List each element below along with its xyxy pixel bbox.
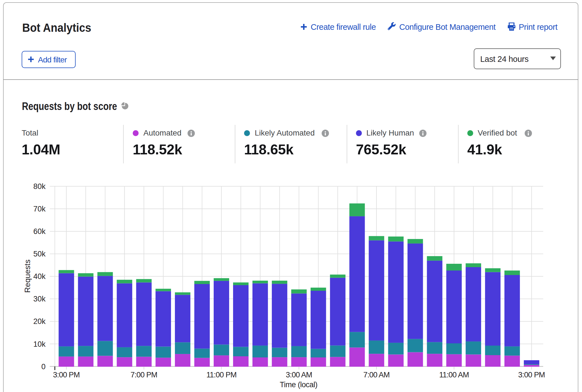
svg-text:80k: 80k — [33, 182, 46, 191]
svg-text:Time (local): Time (local) — [280, 380, 317, 389]
svg-text:60k: 60k — [33, 227, 46, 236]
svg-text:50k: 50k — [33, 250, 46, 258]
svg-text:20k: 20k — [33, 317, 46, 326]
svg-text:3:00 PM: 3:00 PM — [518, 371, 545, 379]
svg-text:11:00 AM: 11:00 AM — [439, 371, 469, 379]
svg-text:30k: 30k — [33, 295, 46, 303]
svg-text:70k: 70k — [33, 205, 46, 213]
svg-text:10k: 10k — [33, 340, 46, 348]
svg-text:0: 0 — [41, 362, 46, 371]
svg-text:3:00 AM: 3:00 AM — [286, 371, 312, 379]
svg-text:40k: 40k — [33, 272, 46, 281]
svg-text:7:00 AM: 7:00 AM — [363, 371, 389, 379]
svg-text:11:00 PM: 11:00 PM — [206, 371, 236, 379]
svg-text:3:00 PM: 3:00 PM — [53, 371, 80, 379]
svg-text:7:00 PM: 7:00 PM — [130, 371, 157, 379]
svg-text:Requests: Requests — [23, 260, 32, 293]
